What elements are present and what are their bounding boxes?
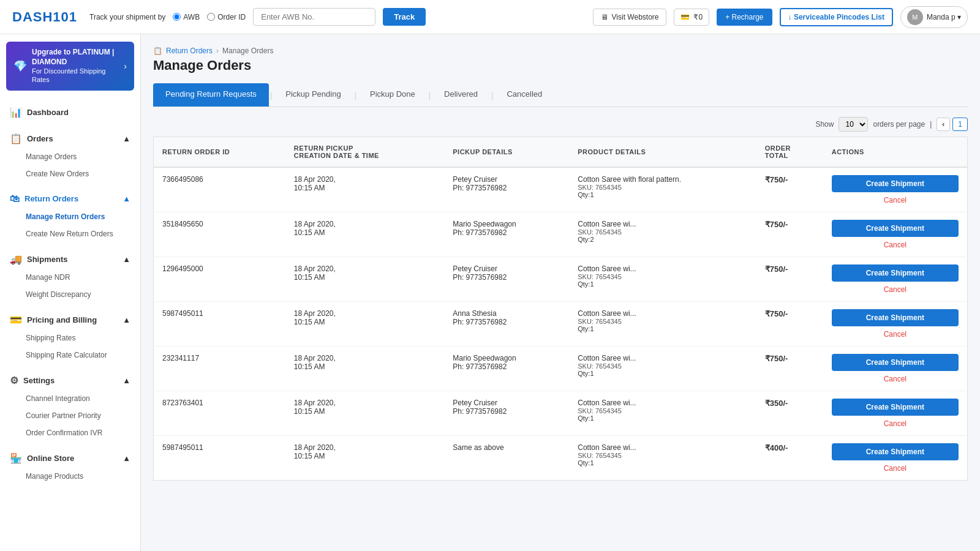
recharge-button[interactable]: + Recharge xyxy=(717,9,772,26)
track-label: Track your shipment by xyxy=(89,13,165,21)
sidebar-item-manage-return-orders[interactable]: Manage Return Orders xyxy=(0,208,140,225)
table-row: 3518495650 18 Apr 2020,10:15 AM Mario Sp… xyxy=(154,212,968,257)
create-shipment-button-3[interactable]: Create Shipment xyxy=(832,309,959,326)
pricing-chevron-icon: ▲ xyxy=(123,315,130,324)
radio-awb-text: AWB xyxy=(183,13,200,21)
cancel-button-0[interactable]: Cancel xyxy=(832,196,959,204)
user-name: Manda p ▾ xyxy=(927,13,961,21)
breadcrumb-parent[interactable]: Return Orders xyxy=(166,47,213,55)
cell-product-details-2: Cotton Saree wi... SKU: 7654345 Qty:1 xyxy=(569,257,756,302)
sidebar-item-return-orders[interactable]: 🛍 Return Orders ▲ xyxy=(0,187,140,208)
orders-label: Orders xyxy=(27,134,53,143)
table-row: 8723763401 18 Apr 2020,10:15 AM Petey Cr… xyxy=(154,391,968,436)
product-name-6: Cotton Saree wi... xyxy=(578,443,747,452)
upgrade-icon: 💎 xyxy=(13,59,27,73)
shipments-icon: 🚚 xyxy=(10,253,22,265)
cell-product-details-4: Cotton Saree wi... SKU: 7654345 Qty:1 xyxy=(569,347,756,391)
cell-creation-date-0: 18 Apr 2020,10:15 AM xyxy=(285,167,444,212)
sidebar-item-weight-discrepancy[interactable]: Weight Discrepancy xyxy=(0,286,140,303)
pickup-phone-5: Ph: 9773576982 xyxy=(453,407,560,416)
radio-order-id[interactable] xyxy=(207,13,215,21)
product-name-3: Cotton Saree wi... xyxy=(578,309,747,318)
visit-webstore-button[interactable]: 🖥 Visit Webstore xyxy=(593,9,667,26)
upgrade-banner[interactable]: 💎 Upgrade to PLATINUM | DIAMOND For Disc… xyxy=(6,42,134,91)
radio-awb[interactable] xyxy=(173,13,181,21)
tab-pickup-pending[interactable]: Pickup Pending xyxy=(273,83,353,107)
cancel-button-4[interactable]: Cancel xyxy=(832,375,959,383)
per-page-label: orders per page xyxy=(873,120,925,129)
sidebar-item-create-return-orders[interactable]: Create New Return Orders xyxy=(0,225,140,242)
order-total-value-2: ₹750/- xyxy=(765,264,788,274)
track-input[interactable] xyxy=(253,8,375,26)
product-sku-2: SKU: 7654345 xyxy=(578,273,747,280)
user-menu[interactable]: M Manda p ▾ xyxy=(900,6,968,28)
sidebar-item-settings[interactable]: ⚙ Settings ▲ xyxy=(0,369,140,390)
sidebar-item-channel-integration[interactable]: Channel Integration xyxy=(0,390,140,407)
sidebar-section-pricing: 💳 Pricing and Billing ▲ Shipping Rates S… xyxy=(0,305,140,366)
cell-pickup-details-3: Anna Sthesia Ph: 9773576982 xyxy=(444,302,569,347)
product-name-2: Cotton Saree wi... xyxy=(578,264,747,273)
create-shipment-button-2[interactable]: Create Shipment xyxy=(832,264,959,282)
sidebar-item-create-orders[interactable]: Create New Orders xyxy=(0,165,140,182)
cell-order-total-0: ₹750/- xyxy=(756,167,823,212)
product-sku-3: SKU: 7654345 xyxy=(578,318,747,325)
col-actions: ACTIONS xyxy=(823,137,968,168)
sidebar-item-online-store[interactable]: 🏪 Online Store ▲ xyxy=(0,446,140,468)
shipments-label: Shipments xyxy=(27,255,67,264)
create-shipment-button-5[interactable]: Create Shipment xyxy=(832,399,959,416)
sidebar-section-orders: 📋 Orders ▲ Manage Orders Create New Orde… xyxy=(0,124,140,185)
cancel-button-6[interactable]: Cancel xyxy=(832,464,959,473)
cancel-button-3[interactable]: Cancel xyxy=(832,330,959,339)
tab-pending-return-requests[interactable]: Pending Return Requests xyxy=(153,83,269,107)
sidebar-item-rate-calculator[interactable]: Shipping Rate Calculator xyxy=(0,347,140,364)
table-header-row: RETURN ORDER ID RETURN PICKUPCREATION DA… xyxy=(154,137,968,168)
per-page-select[interactable]: 10 25 50 xyxy=(839,117,868,132)
table-controls: Show 10 25 50 orders per page | ‹ 1 xyxy=(153,117,968,132)
pickup-phone-2: Ph: 9773576982 xyxy=(453,273,560,282)
sidebar-item-orders[interactable]: 📋 Orders ▲ xyxy=(0,127,140,148)
sidebar-item-manage-products[interactable]: Manage Products xyxy=(0,468,140,485)
cell-pickup-details-0: Petey Cruiser Ph: 9773576982 xyxy=(444,167,569,212)
col-product-details: PRODUCT DETAILS xyxy=(569,137,756,168)
show-label: Show xyxy=(815,120,834,129)
sidebar-item-shipments[interactable]: 🚚 Shipments ▲ xyxy=(0,247,140,269)
create-shipment-button-1[interactable]: Create Shipment xyxy=(832,220,959,237)
sidebar-item-courier-priority[interactable]: Courier Partner Priority xyxy=(0,407,140,424)
sidebar-item-pricing[interactable]: 💳 Pricing and Billing ▲ xyxy=(0,308,140,329)
settings-icon: ⚙ xyxy=(10,375,18,386)
upgrade-line2: For Discounted Shipping Rates xyxy=(32,67,105,83)
tab-delivered[interactable]: Delivered xyxy=(432,83,490,107)
col-order-total: ORDERTOTAL xyxy=(756,137,823,168)
balance-amount: ₹0 xyxy=(693,13,703,21)
sidebar-section-return-orders: 🛍 Return Orders ▲ Manage Return Orders C… xyxy=(0,185,140,245)
avatar: M xyxy=(907,9,923,25)
create-shipment-button-0[interactable]: Create Shipment xyxy=(832,175,959,192)
balance-badge: 💳 ₹0 xyxy=(674,9,709,26)
product-qty-6: Qty:1 xyxy=(578,459,747,467)
sidebar-item-shipping-rates[interactable]: Shipping Rates xyxy=(0,329,140,347)
pricing-label: Pricing and Billing xyxy=(27,315,97,324)
tab-cancelled[interactable]: Cancelled xyxy=(494,83,554,107)
radio-orderid-label[interactable]: Order ID xyxy=(207,13,246,21)
dashboard-icon: 📊 xyxy=(10,107,22,118)
cell-actions-6: Create Shipment Cancel xyxy=(823,436,968,481)
tab-pickup-done[interactable]: Pickup Done xyxy=(358,83,428,107)
cancel-button-5[interactable]: Cancel xyxy=(832,419,959,428)
sidebar-item-order-confirmation-ivr[interactable]: Order Confirmation IVR xyxy=(0,424,140,441)
cancel-button-1[interactable]: Cancel xyxy=(832,241,959,249)
sidebar-item-manage-orders[interactable]: Manage Orders xyxy=(0,148,140,165)
sidebar-section-shipments: 🚚 Shipments ▲ Manage NDR Weight Discrepa… xyxy=(0,245,140,305)
tab-sep-3: | xyxy=(428,91,432,100)
prev-page-button[interactable]: ‹ xyxy=(937,118,950,131)
radio-awb-label[interactable]: AWB xyxy=(173,13,200,21)
pincodes-button[interactable]: ↓ Serviceable Pincodes List xyxy=(780,8,893,26)
create-shipment-button-6[interactable]: Create Shipment xyxy=(832,443,959,460)
cancel-button-2[interactable]: Cancel xyxy=(832,285,959,294)
create-shipment-button-4[interactable]: Create Shipment xyxy=(832,354,959,371)
track-button[interactable]: Track xyxy=(383,8,426,26)
sidebar-item-dashboard[interactable]: 📊 Dashboard xyxy=(0,100,140,122)
return-orders-label: Return Orders xyxy=(24,194,78,203)
cell-creation-date-2: 18 Apr 2020,10:15 AM xyxy=(285,257,444,302)
cell-creation-date-4: 18 Apr 2020,10:15 AM xyxy=(285,347,444,391)
sidebar-item-manage-ndr[interactable]: Manage NDR xyxy=(0,269,140,286)
